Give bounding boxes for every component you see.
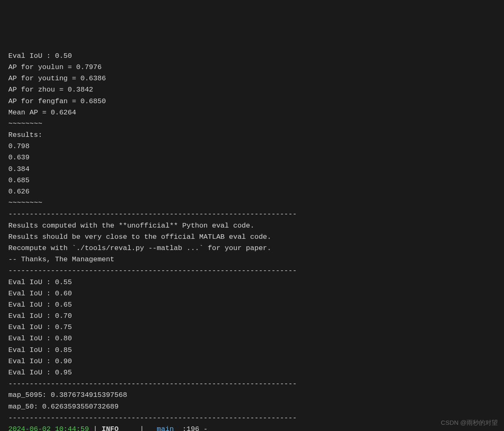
separator-dash: ----------------------------------------… <box>8 208 496 220</box>
separator-dash: ----------------------------------------… <box>8 265 496 276</box>
watermark: CSDN @雨秒的对望 <box>441 418 498 428</box>
separator-dash: ----------------------------------------… <box>8 412 496 424</box>
log-separator: | <box>89 425 102 431</box>
eval-iou-line: Eval IoU : 0.50 <box>8 50 496 62</box>
eval-iou-line: Eval IoU : 0.85 <box>8 344 496 356</box>
ap-zhou-line: AP for zhou = 0.3842 <box>8 84 496 95</box>
ap-fengfan-line: AP for fengfan = 0.6850 <box>8 96 496 107</box>
result-value: 0.685 <box>8 175 496 186</box>
note-line: Results should be very close to the offi… <box>8 231 496 243</box>
log-timestamp: 2024-06-02 10:44:59 <box>8 425 89 431</box>
eval-iou-line: Eval IoU : 0.95 <box>8 367 496 378</box>
eval-iou-line: Eval IoU : 0.70 <box>8 310 496 322</box>
results-header: Results: <box>8 129 496 141</box>
result-value: 0.798 <box>8 141 496 152</box>
result-value: 0.626 <box>8 186 496 197</box>
terminal-output: Eval IoU : 0.50AP for youlun = 0.7976AP … <box>8 50 496 431</box>
log-module: __main__ <box>148 425 183 431</box>
eval-iou-line: Eval IoU : 0.65 <box>8 299 496 310</box>
map-50-line: map_50: 0.6263593550732689 <box>8 401 496 412</box>
log-line: 2024-06-02 10:44:59 | INFO | __main__:19… <box>8 424 496 431</box>
ap-youting-line: AP for youting = 0.6386 <box>8 73 496 84</box>
note-line: Results computed with the **unofficial**… <box>8 220 496 231</box>
eval-iou-line: Eval IoU : 0.55 <box>8 277 496 288</box>
result-value: 0.384 <box>8 163 496 175</box>
eval-iou-line: Eval IoU : 0.60 <box>8 288 496 299</box>
log-level: INFO <box>101 425 119 431</box>
log-separator: | <box>119 425 148 431</box>
separator-tilde: ~~~~~~~~ <box>8 118 496 129</box>
ap-youlun-line: AP for youlun = 0.7976 <box>8 62 496 73</box>
separator-dash: ----------------------------------------… <box>8 378 496 389</box>
map-5095-line: map_5095: 0.3876734915397568 <box>8 389 496 401</box>
eval-iou-line: Eval IoU : 0.80 <box>8 333 496 344</box>
log-line-ref: :196 - <box>182 425 208 431</box>
eval-iou-line: Eval IoU : 0.75 <box>8 322 496 333</box>
mean-ap-line: Mean AP = 0.6264 <box>8 107 496 118</box>
note-line: Recompute with `./tools/reval.py --matla… <box>8 243 496 254</box>
separator-tilde: ~~~~~~~~ <box>8 197 496 208</box>
result-value: 0.639 <box>8 152 496 163</box>
eval-iou-line: Eval IoU : 0.90 <box>8 356 496 367</box>
note-line: -- Thanks, The Management <box>8 254 496 265</box>
